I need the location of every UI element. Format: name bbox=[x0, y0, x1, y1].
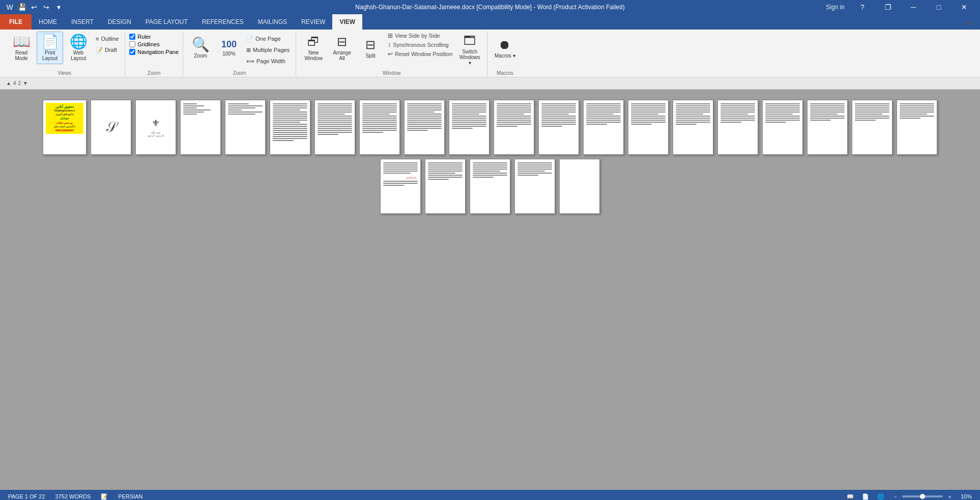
page-thumb-15[interactable] bbox=[673, 100, 713, 155]
gridlines-checkbox[interactable]: Gridlines bbox=[129, 41, 159, 47]
page-width-button[interactable]: ⟺ Page Width bbox=[244, 56, 292, 66]
page-thumb-13[interactable] bbox=[583, 100, 624, 155]
page-lines-16 bbox=[718, 100, 758, 126]
arrange-all-button[interactable]: ⊟ ArrangeAll bbox=[329, 32, 355, 64]
page-thumb-1[interactable]: تحقیق آنلاین Tahghighonline.ir جامع دانش… bbox=[43, 100, 87, 155]
macros-items: ⏺ Macros ▾ bbox=[492, 32, 518, 68]
redo-button[interactable]: ↪ bbox=[41, 2, 52, 13]
view-mode-read[interactable]: 📖 bbox=[845, 493, 856, 501]
page-lines-10 bbox=[449, 100, 489, 132]
page-thumb-22[interactable] bbox=[425, 159, 466, 214]
page-thumb-23[interactable] bbox=[470, 159, 510, 214]
line bbox=[273, 109, 300, 110]
zoom-level[interactable]: 10% bbox=[959, 493, 974, 500]
tab-home[interactable]: HOME bbox=[32, 14, 64, 30]
page-thumb-7[interactable] bbox=[314, 100, 355, 155]
minimize-button[interactable]: ─ bbox=[902, 0, 925, 14]
page-thumb-19[interactable] bbox=[852, 100, 892, 155]
gridlines-checkbox-input[interactable] bbox=[129, 41, 135, 47]
zoom-out-button[interactable]: － bbox=[890, 492, 900, 501]
reset-window-position-button[interactable]: ↩ Reset Window Position bbox=[386, 50, 454, 58]
language[interactable]: PERSIAN bbox=[116, 493, 145, 500]
one-page-icon: 📄 bbox=[246, 36, 253, 42]
line bbox=[183, 103, 197, 104]
help-button[interactable]: ? bbox=[851, 0, 874, 14]
zoom-100-button[interactable]: 100 100% bbox=[216, 32, 242, 64]
page-thumb-12[interactable] bbox=[538, 100, 579, 155]
new-window-button[interactable]: 🗗 NewWindow bbox=[300, 32, 327, 64]
tab-review[interactable]: REVIEW bbox=[294, 14, 332, 30]
sign-in-button[interactable]: Sign in bbox=[822, 4, 849, 11]
zoom-thumb[interactable] bbox=[920, 494, 925, 499]
switch-windows-button[interactable]: 🗔 SwitchWindows ▾ bbox=[456, 32, 483, 68]
zoom-in-button[interactable]: ＋ bbox=[945, 492, 955, 501]
proofing-icon[interactable]: 📝 bbox=[99, 493, 110, 501]
tab-page-layout[interactable]: PAGE LAYOUT bbox=[138, 14, 195, 30]
tab-file[interactable]: FILE bbox=[0, 14, 32, 30]
page-thumb-11[interactable] bbox=[494, 100, 534, 155]
tab-design[interactable]: DESIGN bbox=[101, 14, 138, 30]
ruler-checkbox-input[interactable] bbox=[129, 34, 135, 40]
page-thumb-17[interactable] bbox=[762, 100, 803, 155]
print-layout-button[interactable]: 📄 PrintLayout bbox=[37, 32, 63, 64]
quick-access-toolbar: W 💾 ↩ ↪ ▾ bbox=[4, 2, 64, 13]
view-mode-web[interactable]: 🌐 bbox=[875, 493, 886, 501]
web-layout-button[interactable]: 🌐 WebLayout bbox=[65, 32, 92, 64]
page-thumb-5[interactable] bbox=[225, 100, 266, 155]
page-thumb-2[interactable]: 𝒮 bbox=[91, 100, 131, 155]
read-mode-button[interactable]: 📖 Read Mode bbox=[8, 32, 35, 64]
draft-button[interactable]: 📝 Draft bbox=[94, 45, 121, 55]
page-thumb-4[interactable] bbox=[180, 100, 221, 155]
save-button[interactable]: 💾 bbox=[16, 2, 27, 13]
page-thumb-9[interactable] bbox=[404, 100, 445, 155]
split-button[interactable]: ⊟ Split bbox=[357, 32, 384, 64]
page-thumb-6[interactable] bbox=[270, 100, 310, 155]
zoom-button[interactable]: 🔍 Zoom bbox=[187, 32, 214, 64]
restore-button[interactable]: ❐ bbox=[876, 0, 900, 14]
tab-insert[interactable]: INSERT bbox=[64, 14, 101, 30]
page-info[interactable]: PAGE 1 OF 22 bbox=[6, 493, 47, 500]
line bbox=[273, 105, 307, 106]
word-count[interactable]: 3752 WORDS bbox=[53, 493, 93, 500]
tab-mailings[interactable]: MAILINGS bbox=[251, 14, 294, 30]
undo-button[interactable]: ↩ bbox=[28, 2, 40, 13]
ruler: ▲ 4 2 ▼ bbox=[0, 77, 980, 90]
tab-references[interactable]: REFERENCES bbox=[195, 14, 251, 30]
zoom-100-icon: 100 bbox=[221, 39, 237, 50]
synchronous-scrolling-button[interactable]: ↕ Synchronous Scrolling bbox=[386, 41, 454, 49]
line bbox=[273, 140, 294, 141]
page-lines-8 bbox=[360, 100, 399, 136]
close-button[interactable]: ✕ bbox=[953, 0, 976, 14]
navigation-pane-checkbox-input[interactable] bbox=[129, 49, 135, 55]
tab-view[interactable]: VIEW bbox=[332, 14, 362, 30]
page-thumb-18[interactable] bbox=[807, 100, 848, 155]
window-items: 🗗 NewWindow ⊟ ArrangeAll ⊟ Split ⊞ View … bbox=[300, 32, 483, 68]
page-thumb-20[interactable] bbox=[897, 100, 937, 155]
switch-windows-icon: 🗔 bbox=[464, 34, 476, 48]
multiple-pages-button[interactable]: ⊞ Multiple Pages bbox=[244, 45, 292, 55]
draft-icon: 📝 bbox=[96, 47, 103, 53]
zoom-slider: － ＋ bbox=[890, 492, 955, 501]
page-thumb-14[interactable] bbox=[628, 100, 669, 155]
navigation-pane-checkbox[interactable]: Navigation Pane bbox=[129, 49, 179, 55]
page-thumb-8[interactable] bbox=[359, 100, 400, 155]
zoom-track[interactable] bbox=[902, 495, 943, 497]
outline-button[interactable]: ≡ Outline bbox=[94, 34, 121, 44]
page-thumb-25[interactable] bbox=[559, 159, 600, 214]
view-side-by-side-button[interactable]: ⊞ View Side by Side bbox=[386, 32, 454, 40]
page-thumb-3[interactable]: ⚜ بسم اللهالرحمن الرحیم bbox=[135, 100, 176, 155]
customize-qat-button[interactable]: ▾ bbox=[53, 2, 64, 13]
document-area[interactable]: تحقیق آنلاین Tahghighonline.ir جامع دانش… bbox=[0, 90, 980, 490]
macros-button[interactable]: ⏺ Macros ▾ bbox=[492, 32, 518, 64]
maximize-button[interactable]: □ bbox=[927, 0, 950, 14]
cover-title: تحقیق آنلاین Tahghighonline.ir جامع دانش… bbox=[54, 104, 75, 133]
page-thumb-21[interactable]: متن قرمز bbox=[380, 159, 421, 214]
ruler-checkbox[interactable]: Ruler bbox=[129, 34, 151, 40]
line bbox=[273, 118, 307, 119]
collapse-ribbon-button[interactable]: ▲ bbox=[959, 14, 980, 30]
page-thumb-24[interactable] bbox=[514, 159, 555, 214]
page-thumb-10[interactable] bbox=[449, 100, 489, 155]
page-thumb-16[interactable] bbox=[717, 100, 758, 155]
one-page-button[interactable]: 📄 One Page bbox=[244, 34, 292, 44]
view-mode-print[interactable]: 📄 bbox=[860, 493, 871, 501]
